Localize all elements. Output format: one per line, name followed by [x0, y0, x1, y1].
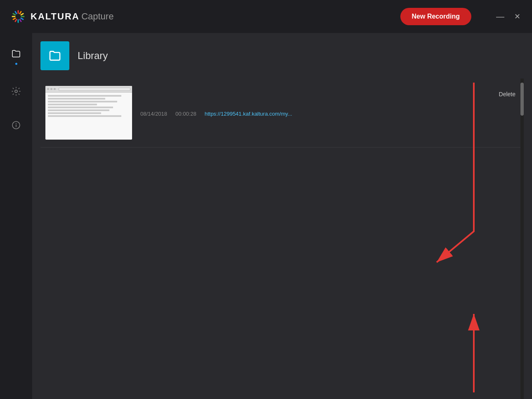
svg-line-11 [15, 12, 17, 14]
gear-icon [11, 86, 21, 99]
svg-line-5 [20, 19, 21, 21]
title-bar: KALTURA Capture New Recording — ✕ [0, 0, 532, 33]
library-folder-icon [48, 49, 61, 62]
recordings-list[interactable]: 08/14/201800:00:28https://1299541.kaf.ka… [40, 78, 520, 399]
delete-button[interactable]: Delete [499, 88, 515, 101]
recording-item: 08/14/201800:00:28https://1299541.kaf.ka… [40, 78, 520, 147]
svg-line-7 [15, 19, 17, 21]
recording-duration: 00:00:28 [175, 111, 196, 117]
svg-point-12 [15, 90, 17, 93]
library-header: Library [40, 41, 524, 70]
svg-line-10 [13, 14, 15, 15]
active-indicator [15, 63, 17, 65]
main-layout: Library 08/14/201800:00:28https://129954… [0, 33, 532, 399]
svg-line-8 [13, 18, 15, 19]
content-area: Library 08/14/201800:00:28https://129954… [32, 33, 532, 399]
svg-point-15 [16, 123, 17, 124]
kaltura-logo-icon [10, 8, 26, 25]
sidebar-item-library[interactable] [8, 45, 24, 68]
close-button[interactable]: ✕ [513, 10, 522, 23]
sidebar-item-settings[interactable] [8, 83, 24, 102]
svg-line-1 [20, 12, 21, 14]
sidebar [0, 33, 32, 399]
recording-date: 08/14/2018 [140, 111, 167, 117]
title-bar-controls: New Recording — ✕ [400, 8, 522, 25]
svg-line-4 [21, 18, 23, 19]
recording-actions: Delete [466, 86, 515, 101]
library-title: Library [78, 50, 108, 62]
library-icon-box [40, 41, 69, 70]
recording-info: 08/14/201800:00:28https://1299541.kaf.ka… [140, 86, 458, 117]
recording-meta: 08/14/201800:00:28https://1299541.kaf.ka… [140, 86, 458, 117]
app-title: KALTURA Capture [31, 11, 113, 22]
info-icon [11, 120, 21, 133]
app-logo: KALTURA Capture [10, 8, 113, 25]
minimize-button[interactable]: — [494, 10, 506, 23]
scrollbar-thumb[interactable] [520, 83, 524, 116]
svg-line-2 [21, 14, 23, 15]
scrollbar-track [520, 78, 524, 399]
folder-icon [11, 49, 21, 61]
recording-url[interactable]: https://1299541.kaf.kaltura.com/my... [205, 111, 292, 117]
sidebar-item-info[interactable] [8, 117, 24, 136]
recording-thumbnail [45, 86, 132, 140]
new-recording-button[interactable]: New Recording [400, 8, 471, 25]
recordings-container: 08/14/201800:00:28https://1299541.kaf.ka… [40, 78, 524, 399]
